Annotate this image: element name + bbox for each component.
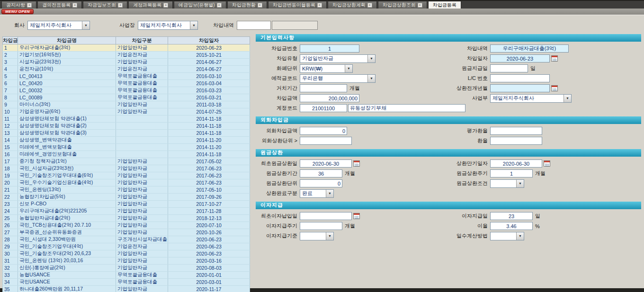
- principal-pay-day-input[interactable]: [490, 64, 528, 72]
- table-row[interactable]: 32신한(-)통장예금(2억)기업일반자금2020-08-03: [3, 265, 250, 272]
- header-loan-code[interactable]: 차입금코드: [3, 37, 18, 44]
- loan-desc-input-2[interactable]: [272, 21, 318, 30]
- cell-code[interactable]: 32: [3, 265, 18, 272]
- chevron-down-icon[interactable]: ▼: [516, 232, 524, 240]
- tab-close-icon[interactable]: ×: [367, 3, 372, 8]
- table-row[interactable]: 28국민_시설대 2,330백만원구조개선시설자금대출2020-06-23: [3, 236, 250, 243]
- cell-name[interactable]: LC_00420: [18, 80, 116, 87]
- cell-date[interactable]: 2014-07-25: [168, 108, 250, 115]
- cell-date[interactable]: 2014-06-27: [168, 59, 250, 66]
- table-row[interactable]: 21국민_온렌딩(13억)기업일반자금2017-05-10: [3, 186, 250, 194]
- cell-date[interactable]: 2020-03-16: [168, 257, 250, 265]
- cell-code[interactable]: 21: [3, 186, 18, 194]
- chevron-down-icon[interactable]: ▼: [82, 21, 89, 29]
- loan-no-input[interactable]: 1: [300, 44, 359, 53]
- cell-type[interactable]: 기업운전자금: [116, 66, 168, 73]
- first-principal-date-input[interactable]: 2020-06-30: [300, 159, 352, 168]
- interest-rate-input[interactable]: 3.46: [490, 222, 533, 230]
- table-row[interactable]: 27부국증권_선순위유동화증권기업일반자금2020-10-26: [3, 229, 250, 236]
- interest-basis-select[interactable]: ▼: [300, 232, 334, 240]
- principal-unit-input[interactable]: 0: [300, 179, 342, 187]
- cell-date[interactable]: 2017-11-28: [168, 208, 250, 215]
- tab-item[interactable]: 예금일보(은행별)×: [174, 1, 226, 9]
- cell-type[interactable]: 기업일반자금: [116, 101, 168, 108]
- lc-no-input[interactable]: [490, 74, 550, 82]
- tab-close-icon[interactable]: ×: [217, 3, 222, 8]
- cell-type[interactable]: 기업일반자금: [116, 44, 168, 52]
- cell-date[interactable]: 2014-11-20: [168, 137, 250, 144]
- cell-name[interactable]: 기업기보(16억5천): [18, 52, 116, 59]
- cell-date[interactable]: 2016-03-23: [168, 87, 250, 94]
- table-row[interactable]: 14삼성생명_변액약관대출2014-11-20: [3, 137, 250, 144]
- header-loan-date[interactable]: 차입일자: [168, 37, 250, 44]
- cell-date[interactable]: 2020-06-23: [168, 243, 250, 250]
- table-row[interactable]: 25농협일반자금대출(2억)기업일반자금2018-12-13: [3, 215, 250, 222]
- table-row[interactable]: 31국민_온렌딩 (13억) 20,03,16기업일반자금2020-03-16: [3, 257, 250, 265]
- table-row[interactable]: 7LC_00032무역포괄금융대출2016-03-23: [3, 87, 250, 94]
- cell-type[interactable]: [116, 115, 168, 123]
- calendar-icon[interactable]: [353, 213, 360, 219]
- cell-name[interactable]: 삼성생명_변액약관대출: [18, 137, 116, 144]
- table-row[interactable]: 6LC_00420무역포괄금융대출2016-03-04: [3, 80, 250, 87]
- cell-type[interactable]: [116, 137, 168, 144]
- loan-date-input[interactable]: 2020-06-23: [490, 54, 550, 62]
- cell-code[interactable]: 13: [3, 130, 18, 137]
- cell-type[interactable]: 기업일반자금: [116, 222, 168, 229]
- table-row[interactable]: 22농협장기차입금(5억)기업일반자금2017-09-26: [3, 194, 250, 201]
- calendar-icon[interactable]: [544, 160, 550, 167]
- cell-name[interactable]: 미래에셋_경영인보험대출: [18, 151, 116, 158]
- account-name-input[interactable]: 유동성장기부채: [348, 104, 465, 112]
- cell-name[interactable]: 중기청 정책자금(1억): [18, 158, 116, 165]
- cell-date[interactable]: 2020-06-23: [168, 44, 250, 52]
- table-row[interactable]: 10기업운영자금(6억)기업일반자금2014-07-25: [3, 108, 250, 115]
- tab-close-icon[interactable]: ×: [27, 3, 32, 8]
- cell-code[interactable]: 12: [3, 123, 18, 130]
- tab-close-icon[interactable]: ×: [118, 3, 123, 8]
- cell-code[interactable]: 30: [3, 250, 18, 257]
- deposit-code-select[interactable]: 우리은행 ▼: [300, 74, 376, 83]
- cell-date[interactable]: 2020-06-23: [168, 236, 250, 243]
- cell-date[interactable]: 2018-12-13: [168, 215, 250, 222]
- cell-code[interactable]: 11: [3, 115, 18, 123]
- cell-date[interactable]: 2017-05-10: [168, 186, 250, 194]
- cell-date[interactable]: 2017-05-02: [168, 158, 250, 165]
- cell-type[interactable]: 기업일반자금: [116, 158, 168, 165]
- cell-date[interactable]: 2014-11-20: [168, 144, 250, 151]
- table-row[interactable]: 24우리구매자금대출(2억)221205기업일반자금2017-11-28: [3, 208, 250, 215]
- table-row[interactable]: 12삼성생명단체보험 약관대출(2)2014-11-18: [3, 123, 250, 130]
- cell-name[interactable]: 농협장기차입금(5억): [18, 194, 116, 201]
- cell-code[interactable]: 4: [3, 66, 18, 73]
- header-loan-name[interactable]: 차입금명: [18, 37, 116, 44]
- calendar-icon[interactable]: [551, 55, 558, 62]
- interest-pay-day-input[interactable]: 23: [490, 212, 533, 220]
- cell-type[interactable]: [116, 123, 168, 130]
- cell-name[interactable]: 부국증권_선순위유동화증권: [18, 229, 116, 236]
- cell-name[interactable]: LC_00032: [18, 87, 116, 94]
- cell-code[interactable]: 31: [3, 257, 18, 265]
- cell-code[interactable]: 26: [3, 222, 18, 229]
- cell-date[interactable]: 2014-06-27: [168, 66, 250, 73]
- tab-item[interactable]: 차입금상환조회×: [378, 1, 427, 9]
- interest-cycle-input[interactable]: [300, 222, 342, 230]
- table-row[interactable]: 4운전자금(10억)기업운전자금2014-06-27: [3, 66, 250, 73]
- calendar-icon[interactable]: [353, 160, 360, 167]
- table-row[interactable]: 15미래에셋_변액보험대출2014-11-20: [3, 144, 250, 151]
- cell-code[interactable]: 7: [3, 87, 18, 94]
- cell-type[interactable]: 기업일반자금: [116, 179, 168, 186]
- maturity-date-input[interactable]: 2020-06-30: [490, 159, 542, 168]
- cell-type[interactable]: 기업일반자금: [116, 201, 168, 208]
- menu-open-button[interactable]: MENU OPEN: [1, 9, 34, 14]
- tab-item[interactable]: 차입금현황×: [227, 1, 267, 9]
- table-row[interactable]: 26국민_TCB신용대출(2억) 20.7.10기업일반자금2020-07-10: [3, 222, 250, 229]
- cell-date[interactable]: 2020-03-01: [168, 279, 250, 286]
- cell-name[interactable]: 국민_TCB신용대출(2억) 20.7.10: [18, 222, 116, 229]
- tab-close-icon[interactable]: ×: [72, 3, 77, 8]
- table-row[interactable]: 11삼성생명단체보험 약관대출(1)2014-11-18: [3, 115, 250, 123]
- cell-type[interactable]: 기업일반자금: [116, 265, 168, 272]
- cell-code[interactable]: 35: [3, 286, 18, 292]
- cell-name[interactable]: 시설자금(23억3천): [18, 59, 116, 66]
- table-row[interactable]: 2기업기보(16억5천)기업운전자금2015-10-21: [3, 52, 250, 59]
- cell-code[interactable]: 27: [3, 229, 18, 236]
- cell-type[interactable]: 무역포괄금융대출: [116, 272, 168, 279]
- site-select[interactable]: 제일저지주식회사 ▼: [138, 21, 198, 30]
